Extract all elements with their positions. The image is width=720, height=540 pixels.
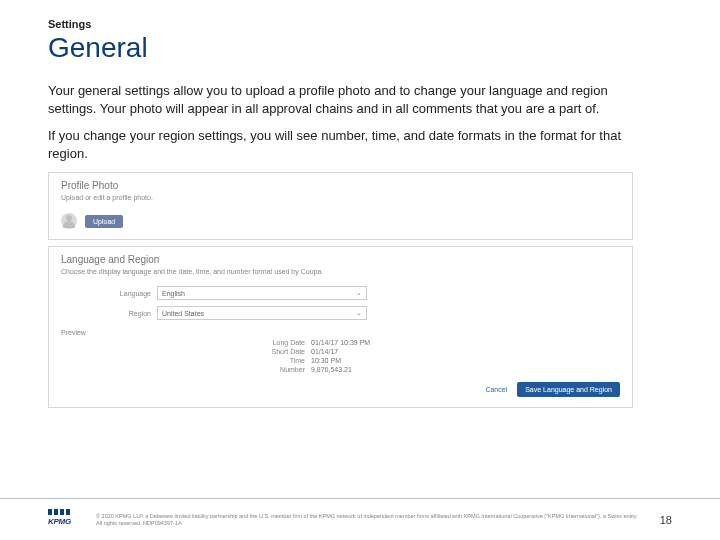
settings-screenshot: Profile Photo Upload or edit a profile p…: [48, 172, 633, 408]
language-region-panel: Language and Region Choose the display l…: [48, 246, 633, 408]
language-label: Language: [61, 290, 151, 297]
profile-photo-subtitle: Upload or edit a profile photo.: [49, 194, 632, 209]
preview-header: Preview: [49, 323, 632, 338]
kpmg-logo: KPMG: [48, 513, 78, 527]
chevron-down-icon: ⌄: [356, 309, 362, 317]
profile-photo-panel: Profile Photo Upload or edit a profile p…: [48, 172, 633, 240]
avatar-placeholder-icon: [61, 213, 77, 229]
page-number: 18: [660, 514, 672, 526]
page-title: General: [48, 32, 672, 64]
slide-footer: KPMG © 2020 KPMG LLP, a Delaware limited…: [0, 498, 720, 540]
language-select[interactable]: English ⌄: [157, 286, 367, 300]
region-label: Region: [61, 310, 151, 317]
preview-row-time: Time 10:30 PM: [49, 356, 632, 365]
preview-value-number: 9,876,543.21: [311, 366, 352, 373]
preview-value-short-date: 01/14/17: [311, 348, 338, 355]
preview-row-number: Number 9,876,543.21: [49, 365, 632, 374]
chevron-down-icon: ⌄: [356, 289, 362, 297]
preview-value-time: 10:30 PM: [311, 357, 341, 364]
cancel-link[interactable]: Cancel: [485, 386, 507, 393]
preview-label-time: Time: [61, 357, 311, 364]
preview-value-long-date: 01/14/17 10:39 PM: [311, 339, 370, 346]
language-region-title: Language and Region: [49, 247, 632, 268]
kpmg-logo-text: KPMG: [48, 517, 71, 526]
preview-label-long-date: Long Date: [61, 339, 311, 346]
preview-row-short-date: Short Date 01/14/17: [49, 347, 632, 356]
preview-label-short-date: Short Date: [61, 348, 311, 355]
region-select-value: United States: [162, 310, 204, 317]
eyebrow: Settings: [48, 18, 672, 30]
upload-button[interactable]: Upload: [85, 215, 123, 228]
language-region-subtitle: Choose the display language and the date…: [49, 268, 632, 283]
copyright-fineprint: © 2020 KPMG LLP, a Delaware limited liab…: [96, 513, 642, 526]
region-select[interactable]: United States ⌄: [157, 306, 367, 320]
preview-label-number: Number: [61, 366, 311, 373]
intro-paragraph-1: Your general settings allow you to uploa…: [48, 82, 633, 117]
intro-paragraph-2: If you change your region settings, you …: [48, 127, 633, 162]
profile-photo-title: Profile Photo: [49, 173, 632, 194]
save-language-region-button[interactable]: Save Language and Region: [517, 382, 620, 397]
preview-row-long-date: Long Date 01/14/17 10:39 PM: [49, 338, 632, 347]
language-select-value: English: [162, 290, 185, 297]
